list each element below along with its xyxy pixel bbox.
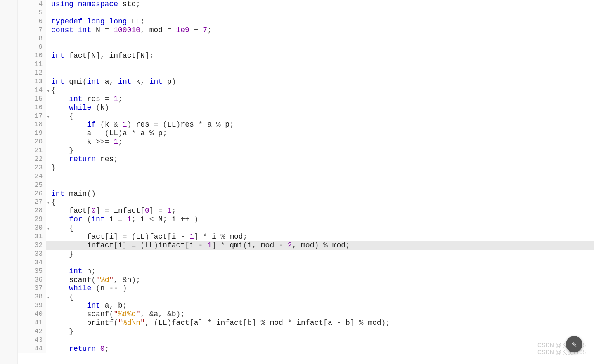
token-id: N bbox=[140, 52, 145, 60]
code-content[interactable]: { bbox=[50, 86, 594, 95]
code-content[interactable]: int qmi(int a, int k, int p) bbox=[50, 77, 594, 86]
scroll-top-button[interactable]: ✎ bbox=[566, 336, 582, 352]
code-content[interactable]: typedef long long LL; bbox=[50, 17, 594, 26]
token-op: % bbox=[216, 232, 230, 241]
code-content[interactable] bbox=[50, 9, 594, 17]
code-line[interactable]: 39 int a, b; bbox=[18, 301, 594, 310]
code-content[interactable] bbox=[50, 336, 594, 345]
token-op: + bbox=[189, 26, 203, 34]
code-line[interactable]: 38▾ { bbox=[18, 293, 594, 301]
code-line[interactable]: 6typedef long long LL; bbox=[18, 17, 594, 26]
code-line[interactable]: 34 bbox=[18, 258, 594, 267]
code-content[interactable]: fact[0] = infact[0] = 1; bbox=[50, 207, 594, 215]
code-line[interactable]: 11 bbox=[18, 60, 594, 69]
code-content[interactable]: { bbox=[50, 293, 594, 301]
token-id: p bbox=[167, 77, 172, 86]
code-line[interactable]: 18 if (k & 1) res = (LL)res * a % p; bbox=[18, 120, 594, 129]
code-content[interactable]: a = (LL)a * a % p; bbox=[50, 129, 594, 138]
code-line[interactable]: 26int main() bbox=[18, 190, 594, 198]
fold-marker[interactable]: ▾ bbox=[46, 198, 50, 207]
code-line[interactable]: 40 scanf("%d%d", &a, &b); bbox=[18, 310, 594, 319]
code-content[interactable] bbox=[50, 35, 594, 43]
code-content[interactable]: int res = 1; bbox=[50, 95, 594, 103]
code-line[interactable]: 23} bbox=[18, 164, 594, 172]
code-line[interactable]: 17▾ { bbox=[18, 112, 594, 121]
code-content[interactable]: const int N = 100010, mod = 1e9 + 7; bbox=[50, 26, 594, 35]
code-line[interactable]: 10int fact[N], infact[N]; bbox=[18, 52, 594, 60]
token-id: i bbox=[118, 241, 123, 249]
code-content[interactable]: int n; bbox=[50, 267, 594, 276]
code-editor[interactable]: 4using namespace std;56typedef long long… bbox=[17, 0, 594, 364]
code-line[interactable]: 35 int n; bbox=[18, 267, 594, 276]
code-line[interactable]: 27▾{ bbox=[18, 198, 594, 207]
code-line[interactable]: 14▾{ bbox=[18, 86, 594, 95]
code-content[interactable]: } bbox=[50, 164, 594, 172]
code-line[interactable]: 41 printf("%d\n", (LL)fact[a] * infact[b… bbox=[18, 319, 594, 327]
token-num: 0 bbox=[91, 207, 96, 215]
code-content[interactable]: for (int i = 1; i < N; i ++ ) bbox=[50, 215, 594, 224]
token-id: main bbox=[69, 190, 87, 198]
code-line[interactable]: 28 fact[0] = infact[0] = 1; bbox=[18, 207, 594, 215]
code-line[interactable]: 22 return res; bbox=[18, 155, 594, 164]
code-content[interactable] bbox=[50, 258, 594, 267]
code-content[interactable]: { bbox=[50, 224, 594, 232]
code-content[interactable]: using namespace std; bbox=[50, 0, 594, 9]
code-line[interactable]: 20 k >>= 1; bbox=[18, 138, 594, 146]
code-line[interactable]: 25 bbox=[18, 181, 594, 190]
fold-marker[interactable]: ▾ bbox=[46, 86, 50, 95]
code-line[interactable]: 29 for (int i = 1; i < N; i ++ ) bbox=[18, 215, 594, 224]
token-op: ) bbox=[105, 103, 109, 112]
code-content[interactable]: k >>= 1; bbox=[50, 138, 594, 146]
code-content[interactable]: } bbox=[50, 146, 594, 155]
code-content[interactable]: fact[i] = (LL)fact[i - 1] * i % mod; bbox=[50, 232, 594, 241]
code-content[interactable]: scanf("%d", &n); bbox=[50, 276, 594, 284]
code-line[interactable]: 4using namespace std; bbox=[18, 0, 594, 9]
code-line[interactable]: 36 scanf("%d", &n); bbox=[18, 276, 594, 284]
code-content[interactable]: while (k) bbox=[50, 103, 594, 112]
code-content[interactable]: } bbox=[50, 327, 594, 336]
token-op: ( bbox=[91, 276, 96, 284]
code-content[interactable]: } bbox=[50, 250, 594, 258]
code-line[interactable]: 15 int res = 1; bbox=[18, 95, 594, 103]
code-content[interactable]: printf("%d\n", (LL)fact[a] * infact[b] %… bbox=[50, 319, 594, 327]
code-line[interactable]: 12 bbox=[18, 69, 594, 77]
code-content[interactable]: return res; bbox=[50, 155, 594, 164]
code-line[interactable]: 37 while (n -- ) bbox=[18, 284, 594, 293]
code-line[interactable]: 30▾ { bbox=[18, 224, 594, 232]
code-line[interactable]: 43 bbox=[18, 336, 594, 345]
code-line[interactable]: 31 fact[i] = (LL)fact[i - 1] * i % mod; bbox=[18, 232, 594, 241]
code-content[interactable]: { bbox=[50, 198, 594, 207]
code-content[interactable]: scanf("%d%d", &a, &b); bbox=[50, 310, 594, 319]
fold-marker[interactable]: ▾ bbox=[46, 112, 50, 121]
code-content[interactable]: int a, b; bbox=[50, 301, 594, 310]
code-content[interactable]: if (k & 1) res = (LL)res * a % p; bbox=[50, 120, 594, 129]
code-line[interactable]: 42 } bbox=[18, 327, 594, 336]
fold-marker[interactable]: ▾ bbox=[46, 224, 50, 232]
code-content[interactable] bbox=[50, 60, 594, 69]
code-line[interactable]: 8 bbox=[18, 35, 594, 43]
code-line[interactable]: 21 } bbox=[18, 146, 594, 155]
code-content[interactable] bbox=[50, 181, 594, 190]
code-line[interactable]: 32 infact[i] = (LL)infact[i - 1] * qmi(i… bbox=[18, 241, 594, 250]
code-content[interactable] bbox=[50, 172, 594, 181]
code-line[interactable]: 19 a = (LL)a * a % p; bbox=[18, 129, 594, 138]
code-content[interactable]: { bbox=[50, 112, 594, 121]
code-line[interactable]: 33 } bbox=[18, 250, 594, 258]
token-op: [ bbox=[243, 319, 248, 327]
code-line[interactable]: 5 bbox=[18, 9, 594, 17]
code-line[interactable]: 7const int N = 100010, mod = 1e9 + 7; bbox=[18, 26, 594, 35]
code-content[interactable]: while (n -- ) bbox=[50, 284, 594, 293]
code-line[interactable]: 16 while (k) bbox=[18, 103, 594, 112]
code-content[interactable]: int fact[N], infact[N]; bbox=[50, 52, 594, 60]
code-content[interactable]: return 0; bbox=[50, 345, 594, 353]
code-content[interactable] bbox=[50, 69, 594, 77]
token-op: , bbox=[140, 77, 149, 86]
code-line[interactable]: 24 bbox=[18, 172, 594, 181]
code-line[interactable]: 13int qmi(int a, int k, int p) bbox=[18, 77, 594, 86]
code-line[interactable]: 9 bbox=[18, 43, 594, 52]
fold-marker[interactable]: ▾ bbox=[46, 293, 50, 301]
code-content[interactable]: int main() bbox=[50, 190, 594, 198]
code-line[interactable]: 44 return 0; bbox=[18, 345, 594, 353]
code-content[interactable] bbox=[50, 43, 594, 52]
code-content[interactable]: infact[i] = (LL)infact[i - 1] * qmi(i, m… bbox=[50, 241, 594, 250]
